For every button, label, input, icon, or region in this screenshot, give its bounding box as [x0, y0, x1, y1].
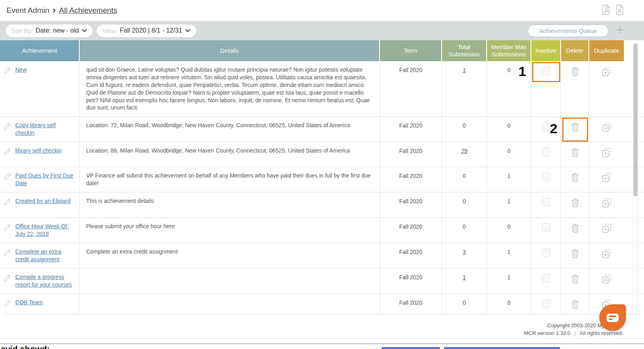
delete-trash-icon[interactable]: [570, 66, 580, 112]
table-row: Copy library self checkin Location: 72, …: [0, 117, 644, 142]
total-submission-value[interactable]: 1: [463, 274, 466, 281]
pencil-icon[interactable]: [3, 172, 12, 187]
pencil-icon[interactable]: [3, 248, 12, 263]
add-achievement-button[interactable]: [615, 25, 625, 36]
inactive-checkbox[interactable]: [542, 122, 551, 131]
delete-trash-icon[interactable]: [570, 223, 580, 238]
duplicate-cell: [589, 218, 624, 243]
duplicate-icon[interactable]: [602, 172, 612, 187]
table-header-row: Achievement Details Term Total Submissio…: [0, 40, 644, 61]
achievement-link[interactable]: Compile a progress report for your cours…: [15, 273, 75, 289]
term-cell: Fall 2020: [380, 243, 442, 268]
duplicate-cell: [589, 268, 624, 293]
achievement-link[interactable]: Paid Dues by First Due Date: [15, 172, 75, 187]
breadcrumb-section: Event Admin: [6, 6, 50, 15]
table-row: Office Hour Week Of: July 22, 2019 Pleas…: [0, 218, 644, 243]
chat-button[interactable]: [599, 304, 626, 331]
pencil-icon[interactable]: [3, 66, 12, 112]
inactive-checkbox[interactable]: [542, 248, 551, 257]
view-label: View:: [102, 27, 117, 34]
export-actions: [601, 4, 625, 17]
duplicate-icon[interactable]: [602, 66, 612, 112]
achievement-link[interactable]: Created by an Eboard: [15, 197, 70, 213]
details-cell: This is achievement details: [80, 192, 380, 217]
inactive-checkbox[interactable]: [542, 147, 551, 156]
inactive-cell: [531, 268, 561, 293]
chevron-right-icon: ›: [53, 5, 56, 15]
inactive-checkbox[interactable]: [542, 198, 551, 207]
inactive-checkbox[interactable]: [542, 299, 551, 308]
pencil-icon[interactable]: [3, 147, 12, 162]
chevron-down-icon: [82, 29, 87, 33]
delete-trash-icon[interactable]: [570, 198, 580, 213]
chevron-down-icon: [185, 29, 190, 33]
pencil-icon[interactable]: [3, 223, 12, 238]
term-cell: Fall 2020: [380, 142, 442, 167]
pencil-icon[interactable]: [3, 198, 12, 213]
term-cell: Fall 2020: [380, 61, 442, 116]
annotation-marker-2: 2: [550, 121, 557, 136]
details-cell: Complete an extra credit assignment: [80, 243, 380, 268]
sort-by-dropdown[interactable]: Sort By: Date: new - old: [6, 25, 93, 37]
delete-trash-icon[interactable]: [570, 172, 580, 187]
achievement-link[interactable]: COB Team: [15, 299, 43, 313]
term-cell: Fall 2020: [380, 268, 442, 293]
column-header-member-max: Member Max Submissions: [487, 40, 531, 61]
total-submission-value[interactable]: 3: [463, 249, 466, 255]
table-row: Complete an extra credit assignment Comp…: [0, 243, 644, 268]
term-cell: Fall 2020: [380, 167, 442, 192]
inactive-checkbox[interactable]: [542, 66, 551, 75]
duplicate-icon[interactable]: [602, 198, 612, 213]
achievement-link[interactable]: New: [15, 66, 27, 112]
achievements-table: Achievement Details Term Total Submissio…: [0, 40, 644, 314]
duplicate-cell: [589, 61, 624, 116]
pencil-icon[interactable]: [3, 122, 12, 137]
pencil-icon[interactable]: [3, 274, 12, 289]
achievement-cell: Created by an Eboard: [0, 192, 80, 217]
inactive-checkbox[interactable]: [542, 223, 551, 232]
inactive-checkbox[interactable]: [542, 274, 551, 283]
details-cell: [80, 294, 380, 314]
breadcrumb-page-link[interactable]: All Achievements: [59, 6, 118, 15]
achievement-link[interactable]: Office Hour Week Of: July 22, 2019: [15, 223, 75, 238]
pencil-icon[interactable]: [3, 299, 12, 313]
duplicate-icon[interactable]: [602, 122, 612, 137]
delete-trash-icon[interactable]: [570, 299, 580, 313]
member-max-cell: 1: [487, 243, 531, 268]
table-row: library self checkin Location: 88, Milan…: [0, 142, 644, 167]
delete-trash-icon[interactable]: [570, 122, 580, 137]
delete-cell: [561, 142, 589, 167]
achievement-link[interactable]: Complete an extra credit assignment: [15, 248, 75, 263]
total-submission-value[interactable]: 0: [463, 299, 466, 306]
total-submission-value[interactable]: 0: [463, 173, 466, 179]
delete-trash-icon[interactable]: [570, 147, 580, 162]
member-max-cell: 0: [487, 117, 531, 142]
total-submission-value[interactable]: 29: [461, 148, 468, 154]
total-submission-value[interactable]: 0: [463, 122, 466, 129]
achievement-cell: Compile a progress report for your cours…: [0, 268, 80, 293]
achievements-queue-button[interactable]: Achievements Queue: [528, 25, 609, 37]
delete-cell: [561, 218, 589, 243]
inactive-checkbox[interactable]: [542, 172, 551, 181]
total-submission-value[interactable]: 0: [463, 198, 466, 204]
achievement-link[interactable]: library self checkin: [15, 147, 62, 162]
export-pdf-icon[interactable]: [601, 4, 611, 17]
delete-trash-icon[interactable]: [570, 274, 580, 289]
duplicate-icon[interactable]: [602, 274, 612, 289]
scrollbar[interactable]: [633, 42, 638, 314]
total-submission-cell: 3: [442, 243, 487, 268]
duplicate-icon[interactable]: [602, 223, 612, 238]
scrollbar-thumb[interactable]: [634, 43, 638, 196]
total-submission-value[interactable]: 0: [463, 223, 466, 230]
table-row: Created by an Eboard This is achievement…: [0, 192, 644, 218]
view-dropdown[interactable]: View: Fall 2020 | 8/1 - 12/31: [97, 25, 196, 37]
export-excel-icon[interactable]: [614, 4, 625, 17]
inactive-cell: [531, 61, 561, 116]
delete-trash-icon[interactable]: [570, 248, 580, 263]
table-row: Paid Dues by First Due Date VP Finance w…: [0, 167, 644, 192]
duplicate-icon[interactable]: [602, 147, 612, 162]
table-row: New quid sit don Graece, Latine voluptas…: [0, 61, 644, 117]
duplicate-icon[interactable]: [602, 248, 612, 263]
total-submission-value[interactable]: 1: [463, 67, 466, 73]
achievement-link[interactable]: Copy library self checkin: [15, 122, 75, 137]
